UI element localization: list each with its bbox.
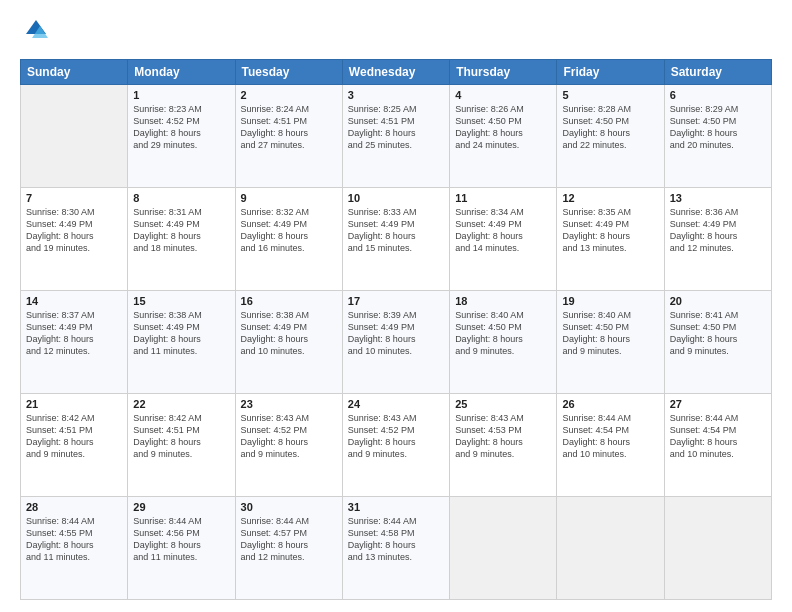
detail-line: and 11 minutes. (26, 551, 122, 563)
detail-line: and 9 minutes. (455, 448, 551, 460)
detail-line: Sunrise: 8:44 AM (670, 412, 766, 424)
day-detail: Sunrise: 8:36 AMSunset: 4:49 PMDaylight:… (670, 206, 766, 255)
detail-line: Sunrise: 8:44 AM (241, 515, 337, 527)
calendar-cell: 28Sunrise: 8:44 AMSunset: 4:55 PMDayligh… (21, 496, 128, 599)
detail-line: and 14 minutes. (455, 242, 551, 254)
detail-line: and 10 minutes. (241, 345, 337, 357)
calendar-cell: 16Sunrise: 8:38 AMSunset: 4:49 PMDayligh… (235, 290, 342, 393)
calendar-cell: 11Sunrise: 8:34 AMSunset: 4:49 PMDayligh… (450, 187, 557, 290)
day-detail: Sunrise: 8:42 AMSunset: 4:51 PMDaylight:… (26, 412, 122, 461)
detail-line: Daylight: 8 hours (133, 127, 229, 139)
weekday-header-monday: Monday (128, 59, 235, 84)
day-detail: Sunrise: 8:32 AMSunset: 4:49 PMDaylight:… (241, 206, 337, 255)
weekday-header-thursday: Thursday (450, 59, 557, 84)
detail-line: and 9 minutes. (241, 448, 337, 460)
day-number: 4 (455, 89, 551, 101)
day-number: 30 (241, 501, 337, 513)
calendar-page: SundayMondayTuesdayWednesdayThursdayFrid… (0, 0, 792, 612)
detail-line: Daylight: 8 hours (241, 230, 337, 242)
detail-line: Daylight: 8 hours (133, 333, 229, 345)
calendar-cell: 18Sunrise: 8:40 AMSunset: 4:50 PMDayligh… (450, 290, 557, 393)
calendar-cell (664, 496, 771, 599)
calendar-cell: 6Sunrise: 8:29 AMSunset: 4:50 PMDaylight… (664, 84, 771, 187)
day-number: 25 (455, 398, 551, 410)
calendar-cell: 27Sunrise: 8:44 AMSunset: 4:54 PMDayligh… (664, 393, 771, 496)
detail-line: Sunrise: 8:44 AM (562, 412, 658, 424)
weekday-header-wednesday: Wednesday (342, 59, 449, 84)
detail-line: Daylight: 8 hours (26, 436, 122, 448)
weekday-header-tuesday: Tuesday (235, 59, 342, 84)
calendar-cell: 30Sunrise: 8:44 AMSunset: 4:57 PMDayligh… (235, 496, 342, 599)
day-number: 22 (133, 398, 229, 410)
calendar-cell: 9Sunrise: 8:32 AMSunset: 4:49 PMDaylight… (235, 187, 342, 290)
detail-line: and 25 minutes. (348, 139, 444, 151)
detail-line: and 12 minutes. (241, 551, 337, 563)
calendar-cell: 20Sunrise: 8:41 AMSunset: 4:50 PMDayligh… (664, 290, 771, 393)
detail-line: Daylight: 8 hours (348, 127, 444, 139)
detail-line: Sunset: 4:51 PM (133, 424, 229, 436)
day-detail: Sunrise: 8:43 AMSunset: 4:52 PMDaylight:… (348, 412, 444, 461)
day-detail: Sunrise: 8:23 AMSunset: 4:52 PMDaylight:… (133, 103, 229, 152)
day-number: 2 (241, 89, 337, 101)
detail-line: Sunset: 4:49 PM (348, 218, 444, 230)
detail-line: Daylight: 8 hours (26, 230, 122, 242)
day-number: 31 (348, 501, 444, 513)
calendar-cell: 2Sunrise: 8:24 AMSunset: 4:51 PMDaylight… (235, 84, 342, 187)
calendar-cell: 10Sunrise: 8:33 AMSunset: 4:49 PMDayligh… (342, 187, 449, 290)
detail-line: Sunset: 4:49 PM (133, 321, 229, 333)
detail-line: Daylight: 8 hours (348, 333, 444, 345)
detail-line: Sunset: 4:49 PM (348, 321, 444, 333)
detail-line: Daylight: 8 hours (455, 230, 551, 242)
detail-line: Sunset: 4:49 PM (241, 218, 337, 230)
detail-line: Daylight: 8 hours (133, 230, 229, 242)
day-detail: Sunrise: 8:30 AMSunset: 4:49 PMDaylight:… (26, 206, 122, 255)
day-number: 10 (348, 192, 444, 204)
detail-line: Sunrise: 8:44 AM (348, 515, 444, 527)
detail-line: Sunrise: 8:40 AM (562, 309, 658, 321)
day-number: 13 (670, 192, 766, 204)
day-detail: Sunrise: 8:44 AMSunset: 4:55 PMDaylight:… (26, 515, 122, 564)
detail-line: Sunset: 4:52 PM (241, 424, 337, 436)
calendar-cell (450, 496, 557, 599)
calendar-cell: 1Sunrise: 8:23 AMSunset: 4:52 PMDaylight… (128, 84, 235, 187)
day-detail: Sunrise: 8:24 AMSunset: 4:51 PMDaylight:… (241, 103, 337, 152)
detail-line: Sunrise: 8:24 AM (241, 103, 337, 115)
detail-line: Daylight: 8 hours (455, 333, 551, 345)
detail-line: and 27 minutes. (241, 139, 337, 151)
detail-line: and 9 minutes. (133, 448, 229, 460)
calendar-cell: 12Sunrise: 8:35 AMSunset: 4:49 PMDayligh… (557, 187, 664, 290)
day-number: 3 (348, 89, 444, 101)
detail-line: Sunrise: 8:38 AM (241, 309, 337, 321)
detail-line: Sunrise: 8:37 AM (26, 309, 122, 321)
detail-line: Sunrise: 8:35 AM (562, 206, 658, 218)
day-number: 21 (26, 398, 122, 410)
calendar-table: SundayMondayTuesdayWednesdayThursdayFrid… (20, 59, 772, 600)
detail-line: Daylight: 8 hours (26, 539, 122, 551)
detail-line: and 10 minutes. (348, 345, 444, 357)
detail-line: Sunrise: 8:43 AM (241, 412, 337, 424)
detail-line: Daylight: 8 hours (562, 436, 658, 448)
detail-line: Sunset: 4:51 PM (241, 115, 337, 127)
detail-line: Sunset: 4:51 PM (348, 115, 444, 127)
logo-icon (22, 16, 50, 44)
detail-line: Daylight: 8 hours (670, 333, 766, 345)
day-number: 24 (348, 398, 444, 410)
week-row-4: 21Sunrise: 8:42 AMSunset: 4:51 PMDayligh… (21, 393, 772, 496)
detail-line: and 24 minutes. (455, 139, 551, 151)
detail-line: and 9 minutes. (348, 448, 444, 460)
detail-line: Daylight: 8 hours (455, 127, 551, 139)
calendar-cell (21, 84, 128, 187)
week-row-5: 28Sunrise: 8:44 AMSunset: 4:55 PMDayligh… (21, 496, 772, 599)
week-row-1: 1Sunrise: 8:23 AMSunset: 4:52 PMDaylight… (21, 84, 772, 187)
day-detail: Sunrise: 8:43 AMSunset: 4:52 PMDaylight:… (241, 412, 337, 461)
day-number: 11 (455, 192, 551, 204)
detail-line: Sunset: 4:49 PM (241, 321, 337, 333)
header-row: SundayMondayTuesdayWednesdayThursdayFrid… (21, 59, 772, 84)
detail-line: Daylight: 8 hours (133, 436, 229, 448)
detail-line: Sunrise: 8:25 AM (348, 103, 444, 115)
calendar-cell: 26Sunrise: 8:44 AMSunset: 4:54 PMDayligh… (557, 393, 664, 496)
detail-line: Sunrise: 8:42 AM (133, 412, 229, 424)
detail-line: Sunset: 4:49 PM (670, 218, 766, 230)
day-detail: Sunrise: 8:40 AMSunset: 4:50 PMDaylight:… (455, 309, 551, 358)
day-detail: Sunrise: 8:34 AMSunset: 4:49 PMDaylight:… (455, 206, 551, 255)
